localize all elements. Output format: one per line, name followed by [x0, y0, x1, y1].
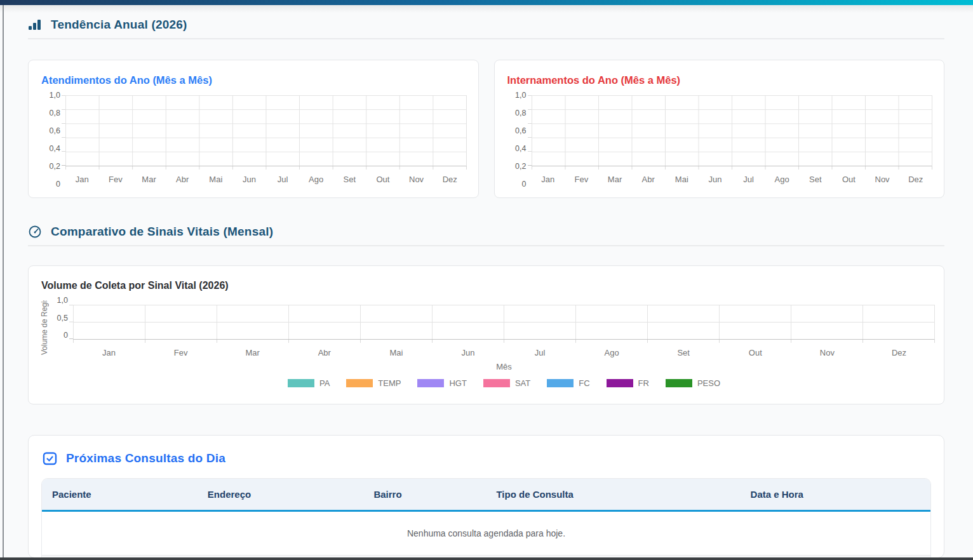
- calendar-check-icon: [43, 451, 57, 465]
- y-axis-tick-label: 1,0: [40, 91, 60, 100]
- volume-chart-card: Volume de Coleta por Sinal Vital (2026) …: [28, 265, 944, 404]
- x-axis-month-label: Jun: [699, 175, 732, 184]
- x-axis-month-label: Nov: [791, 348, 863, 357]
- appointments-title: Próximas Consultas do Dia: [66, 451, 225, 465]
- x-axis-month-label: Ago: [299, 175, 333, 184]
- legend-swatch: [607, 379, 633, 387]
- y-axis-tick-label: 0,2: [506, 162, 527, 171]
- section-divider: [28, 245, 944, 246]
- volume-y-axis-title: Volume de Regist: [40, 300, 51, 355]
- x-axis-month-label: Abr: [166, 175, 199, 184]
- x-axis-month-label: Jan: [532, 175, 565, 184]
- section-divider: [28, 38, 944, 39]
- volume-x-axis-title: Mês: [73, 362, 935, 371]
- annual-trend-title: Tendência Anual (2026): [51, 18, 187, 32]
- legend-label: TEMP: [378, 378, 401, 388]
- internamentos-plot-area: [532, 95, 933, 166]
- x-axis-month-label: Abr: [288, 348, 360, 357]
- atendimentos-chart: 1,00,80,60,40,20 JanFevMarAbrMaiJunJulAg…: [40, 95, 467, 184]
- atendimentos-x-axis: JanFevMarAbrMaiJunJulAgoSetOutNovDez: [65, 175, 467, 184]
- x-axis-month-label: Jan: [65, 175, 99, 184]
- y-axis-tick-label: 0,4: [40, 144, 60, 153]
- y-axis-tick-marks: [62, 95, 65, 166]
- legend-swatch: [666, 379, 692, 387]
- legend-item: TEMP: [346, 378, 401, 388]
- x-axis-tick-marks: [65, 166, 467, 170]
- x-axis-month-label: Out: [832, 175, 866, 184]
- internamentos-chart-card: Internamentos do Ano (Mês a Mês) 1,00,80…: [494, 60, 945, 198]
- atendimentos-plot-area: [65, 95, 467, 166]
- x-axis-tick-marks: [532, 166, 933, 170]
- legend-label: HGT: [449, 378, 466, 388]
- y-axis-tick-label: 1,0: [51, 296, 68, 305]
- legend-swatch: [288, 379, 314, 387]
- x-axis-month-label: Nov: [399, 175, 433, 184]
- internamentos-chart: 1,00,80,60,40,20 JanFevMarAbrMaiJunJulAg…: [506, 95, 933, 184]
- x-axis-month-label: Dez: [863, 348, 935, 357]
- appointments-table: PacienteEndereçoBairroTipo de ConsultaDa…: [41, 478, 931, 560]
- y-axis-tick-label: 0,2: [40, 162, 60, 171]
- x-axis-month-label: Abr: [631, 175, 665, 184]
- x-axis-month-label: Set: [333, 175, 366, 184]
- atendimentos-chart-title: Atendimentos do Ano (Mês a Mês): [41, 74, 467, 86]
- table-column-header: Data e Hora: [741, 489, 930, 500]
- volume-chart-legend: PA TEMP HGT: [73, 378, 935, 388]
- top-accent-bar: [0, 0, 973, 5]
- y-axis-tick-label: 0: [506, 180, 527, 189]
- y-axis-tick-label: 0,6: [40, 126, 60, 135]
- x-axis-month-label: Mai: [360, 348, 432, 357]
- appointments-header: Próximas Consultas do Dia: [43, 451, 931, 465]
- x-axis-month-label: Dez: [433, 175, 467, 184]
- y-axis-tick-label: 1,0: [506, 91, 527, 100]
- x-axis-month-label: Mar: [598, 175, 632, 184]
- internamentos-x-axis: JanFevMarAbrMaiJunJulAgoSetOutNovDez: [532, 175, 933, 184]
- x-axis-month-label: Nov: [866, 175, 899, 184]
- window-bottom-edge: [0, 557, 973, 560]
- bar-chart-icon: [28, 18, 42, 31]
- legend-item: PESO: [666, 378, 720, 388]
- x-axis-month-label: Mar: [217, 348, 288, 357]
- legend-label: PA: [319, 378, 330, 388]
- y-axis-tick-label: 0: [40, 180, 60, 189]
- x-axis-month-label: Fev: [145, 348, 217, 357]
- window-left-edge: [3, 5, 4, 560]
- vitals-title: Comparativo de Sinais Vitais (Mensal): [51, 225, 273, 239]
- x-axis-month-label: Ago: [765, 175, 799, 184]
- x-axis-tick-marks: [73, 340, 935, 343]
- y-axis-tick-marks: [69, 305, 73, 339]
- gauge-icon: [28, 225, 42, 239]
- table-column-header: Paciente: [42, 489, 198, 500]
- x-axis-month-label: Jun: [432, 348, 504, 357]
- legend-label: SAT: [515, 378, 530, 388]
- top-shadow: [0, 5, 973, 13]
- legend-label: PESO: [697, 378, 720, 388]
- x-axis-month-label: Mar: [132, 175, 166, 184]
- legend-item: FC: [547, 378, 589, 388]
- y-axis-tick-label: 0: [51, 331, 68, 340]
- internamentos-chart-title: Internamentos do Ano (Mês a Mês): [507, 74, 933, 86]
- x-axis-month-label: Jul: [266, 175, 300, 184]
- appointments-empty-state: Nenhuma consulta agendada para hoje.: [42, 512, 930, 555]
- volume-plot-area: [73, 305, 935, 340]
- y-axis-tick-label: 0,4: [506, 144, 527, 153]
- x-axis-month-label: Mai: [665, 175, 699, 184]
- volume-chart: Volume de Regist 1,00,50 JanFevMarAbrMai…: [40, 300, 935, 388]
- table-column-header: Endereço: [198, 489, 364, 500]
- table-column-header: Bairro: [363, 489, 486, 500]
- legend-label: FR: [638, 378, 649, 388]
- atendimentos-chart-card: Atendimentos do Ano (Mês a Mês) 1,00,80,…: [28, 60, 479, 198]
- y-axis-tick-label: 0,8: [40, 109, 60, 117]
- x-axis-month-label: Jun: [232, 175, 266, 184]
- appointments-table-header: PacienteEndereçoBairroTipo de ConsultaDa…: [42, 479, 930, 512]
- legend-item: HGT: [417, 378, 466, 388]
- dashboard-content: Tendência Anual (2026) Atendimentos do A…: [0, 5, 973, 558]
- y-axis-tick-label: 0,5: [51, 314, 68, 323]
- x-axis-month-label: Mai: [199, 175, 233, 184]
- x-axis-month-label: Set: [648, 348, 720, 357]
- x-axis-month-label: Jul: [732, 175, 765, 184]
- y-axis-tick-label: 0,6: [506, 126, 527, 135]
- y-axis-tick-label: 0,8: [506, 109, 527, 117]
- x-axis-month-label: Dez: [899, 175, 932, 184]
- volume-x-axis: JanFevMarAbrMaiJunJulAgoSetOutNovDez: [73, 348, 935, 357]
- legend-swatch: [346, 379, 373, 387]
